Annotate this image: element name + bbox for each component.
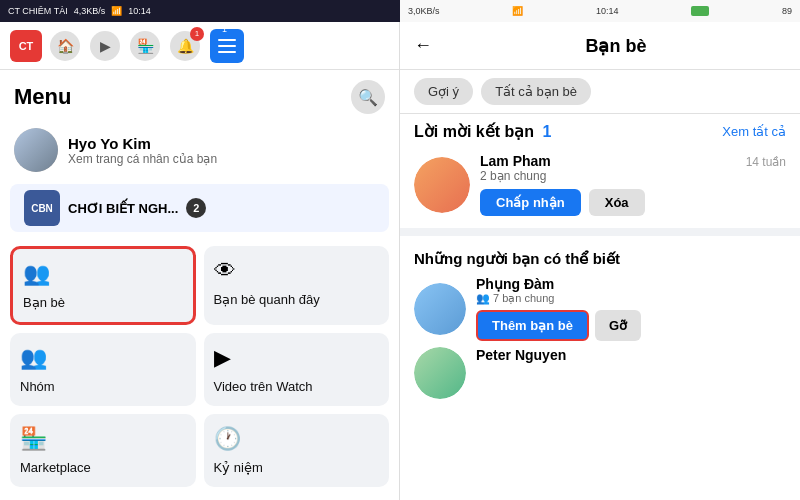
menu-item-ban-be-quanh-day[interactable]: 👁 Bạn bè quanh đây — [204, 246, 390, 325]
person-info-peter: Peter Nguyen — [476, 347, 786, 363]
person-avatar-peter — [414, 347, 466, 399]
page-title: Bạn bè — [446, 35, 786, 57]
network-speed-right: 3,0KB/s — [408, 6, 440, 16]
person-avatar-image-2 — [414, 347, 466, 399]
nav-bar-left: CT 🏠 ▶ 🏪 🔔 1 1 — [0, 22, 399, 70]
back-arrow-icon[interactable]: ← — [414, 35, 432, 56]
video-icon[interactable]: ▶ — [90, 31, 120, 61]
ban-be-icon: 👥 — [23, 261, 50, 287]
remove-button-phung-dam[interactable]: Gỡ — [595, 310, 641, 341]
store-icon[interactable]: 🏪 — [130, 31, 160, 61]
person-info-phung-dam: Phụng Đàm 👥 7 bạn chung Thêm bạn bè Gỡ — [476, 276, 786, 341]
menu-item-ky-niem[interactable]: 🕐 Kỷ niệm — [204, 414, 390, 487]
menu-item-nhom[interactable]: 👥 Nhóm — [10, 333, 196, 406]
friend-requests-title: Lời mời kết bạn 1 — [414, 122, 551, 141]
friend-requests-section-header: Lời mời kết bạn 1 Xem tất cả — [400, 114, 800, 145]
user-subtitle: Xem trang cá nhân của bạn — [68, 152, 217, 166]
person-name-phung-dam: Phụng Đàm — [476, 276, 786, 292]
nav-icons: 🏠 ▶ 🏪 🔔 1 1 — [50, 29, 389, 63]
people-you-may-know-section: Những người bạn có thể biết Phụng Đàm 👥 … — [400, 240, 800, 409]
ky-niem-icon: 🕐 — [214, 426, 241, 452]
menu-header: Menu 🔍 — [0, 70, 399, 120]
menu-item-label-video: Video trên Watch — [214, 379, 313, 394]
status-bars: CT CHIÊM TÀI 4,3KB/s 📶 10:14 3,0KB/s 📶 1… — [0, 0, 800, 22]
person-avatar-phung-dam — [414, 283, 466, 335]
user-info: Hyo Yo Kim Xem trang cá nhân của bạn — [68, 135, 217, 166]
cbn-banner[interactable]: CBN CHƠI BIẾT NGH... 2 — [10, 184, 389, 232]
person-name-peter: Peter Nguyen — [476, 347, 786, 363]
person-mutual-phung-dam: 👥 7 bạn chung — [476, 292, 786, 305]
menu-title: Menu — [14, 84, 71, 110]
filter-tabs: Gợi ý Tất cả bạn bè — [400, 70, 800, 114]
main-content: CT 🏠 ▶ 🏪 🔔 1 1 Menu 🔍 — [0, 22, 800, 500]
time-right: 10:14 — [596, 6, 619, 16]
menu-item-label-ban-be: Bạn bè — [23, 295, 65, 310]
cbn-label: CHƠI BIẾT NGH... — [68, 201, 178, 216]
tab-tat-ca-ban-be[interactable]: Tất cả bạn bè — [481, 78, 591, 105]
network-speed-left: 4,3KB/s — [74, 6, 106, 16]
menu-item-label-bqd: Bạn bè quanh đây — [214, 292, 320, 307]
person-card-phung-dam: Phụng Đàm 👥 7 bạn chung Thêm bạn bè Gỡ — [414, 276, 786, 341]
mutual-friends: 2 bạn chung — [480, 169, 736, 183]
right-panel: ← Bạn bè Gợi ý Tất cả bạn bè Lời mời kết… — [400, 22, 800, 500]
time-ago: 14 tuần — [746, 155, 786, 169]
menu-item-ban-be[interactable]: 👥 Bạn bè — [10, 246, 196, 325]
friend-info: Lam Pham 2 bạn chung Chấp nhận Xóa — [480, 153, 736, 216]
step1-badge: 1 — [218, 23, 236, 25]
menu-item-label-marketplace: Marketplace — [20, 460, 91, 475]
home-icon[interactable]: 🏠 — [50, 31, 80, 61]
menu-item-video[interactable]: ▶ Video trên Watch — [204, 333, 390, 406]
marketplace-icon: 🏪 — [20, 426, 47, 452]
hamburger-line — [218, 45, 236, 47]
right-header: ← Bạn bè — [400, 22, 800, 70]
status-bar-left: CT CHIÊM TÀI 4,3KB/s 📶 10:14 — [0, 0, 400, 22]
menu-item-marketplace[interactable]: 🏪 Marketplace — [10, 414, 196, 487]
hamburger-line — [218, 39, 236, 41]
status-bar-right: 3,0KB/s 📶 10:14 89 — [400, 0, 800, 22]
battery-icon — [691, 6, 709, 16]
hamburger-menu-button[interactable]: 1 — [210, 29, 244, 63]
left-panel: CT 🏠 ▶ 🏪 🔔 1 1 Menu 🔍 — [0, 22, 400, 500]
person-avatar-image-1 — [414, 283, 466, 335]
menu-item-label-nhom: Nhóm — [20, 379, 55, 394]
menu-item-label-ky-niem: Kỷ niệm — [214, 460, 263, 475]
cbn-logo: CBN — [24, 190, 60, 226]
hamburger-line — [218, 51, 236, 53]
section-divider — [400, 228, 800, 236]
notification-badge: 1 — [190, 27, 204, 41]
see-all-link[interactable]: Xem tất cả — [722, 124, 786, 139]
avatar-image — [14, 128, 58, 172]
video-watch-icon: ▶ — [214, 345, 231, 371]
accept-button[interactable]: Chấp nhận — [480, 189, 581, 216]
delete-button[interactable]: Xóa — [589, 189, 645, 216]
ban-be-quanh-day-icon: 👁 — [214, 258, 236, 284]
nhom-icon: 👥 — [20, 345, 47, 371]
notification-icon[interactable]: 🔔 1 — [170, 31, 200, 61]
friend-avatar-image — [414, 157, 470, 213]
tab-goi-y[interactable]: Gợi ý — [414, 78, 473, 105]
user-avatar — [14, 128, 58, 172]
signal-icons-right: 📶 — [512, 6, 523, 16]
time-left: 10:14 — [128, 6, 151, 16]
friend-action-buttons: Chấp nhận Xóa — [480, 189, 736, 216]
step2-badge: 2 — [186, 198, 206, 218]
friend-avatar-lam-pham — [414, 157, 470, 213]
person-card-peter-nguyen: Peter Nguyen — [414, 347, 786, 399]
menu-grid: 👥 Bạn bè 👁 Bạn bè quanh đây 👥 Nhóm ▶ Vid… — [0, 236, 399, 497]
user-profile[interactable]: Hyo Yo Kim Xem trang cá nhân của bạn — [0, 120, 399, 180]
friend-name: Lam Pham — [480, 153, 736, 169]
friend-request-card: Lam Pham 2 bạn chung Chấp nhận Xóa 14 tu… — [400, 145, 800, 224]
add-friend-button-phung-dam[interactable]: Thêm bạn bè — [476, 310, 589, 341]
user-name: Hyo Yo Kim — [68, 135, 217, 152]
people-section-title: Những người bạn có thể biết — [414, 250, 786, 268]
friend-requests-count: 1 — [542, 123, 551, 140]
logo-text: CT CHIÊM TÀI — [8, 6, 68, 16]
person-actions-phung-dam: Thêm bạn bè Gỡ — [476, 310, 786, 341]
battery-percent: 89 — [782, 6, 792, 16]
ct-logo: CT — [10, 30, 42, 62]
search-button[interactable]: 🔍 — [351, 80, 385, 114]
signal-icons-left: 📶 — [111, 6, 122, 16]
mutual-icon: 👥 — [476, 292, 490, 305]
